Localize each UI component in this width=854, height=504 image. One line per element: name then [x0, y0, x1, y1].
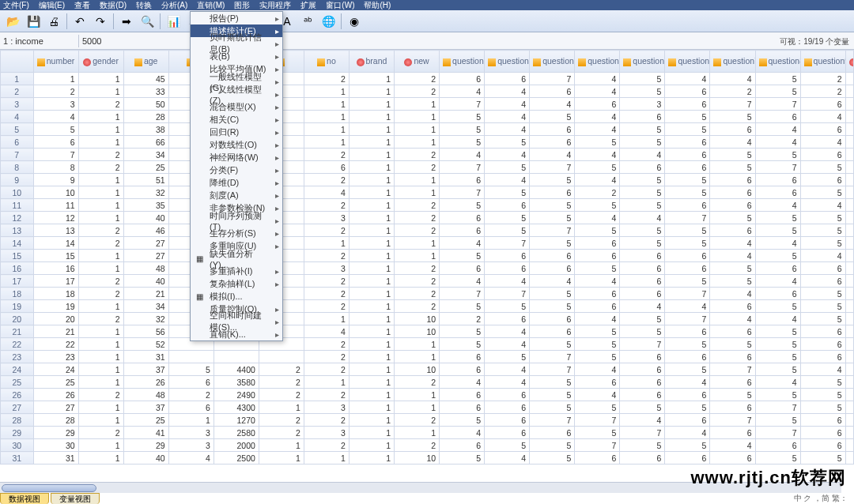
cell[interactable]: 4 [485, 98, 530, 111]
col-header-question1[interactable]: question1 [440, 51, 485, 73]
table-row[interactable]: 1919134212555644655 [1, 300, 854, 313]
menu-item[interactable]: 复杂抽样(L)▸ [191, 277, 282, 290]
row-header[interactable]: 26 [1, 389, 34, 401]
cell[interactable]: 5 [485, 212, 530, 224]
analyze-menu[interactable]: 报告(P)▸描述统计(E)▸贝叶斯统计信息(B)▸表(B)▸比较平均值(M)▸一… [190, 11, 283, 341]
cell[interactable]: 4 [710, 313, 755, 325]
table-row[interactable]: 1717240212444465546 [1, 275, 854, 288]
cell[interactable]: 25 [123, 414, 168, 427]
cell[interactable]: 16 [33, 262, 78, 275]
cell[interactable]: 1 [78, 73, 123, 85]
cell[interactable]: 2 [395, 300, 440, 313]
cell[interactable]: 2 [304, 149, 349, 161]
cell[interactable]: 4 [755, 199, 800, 212]
cell[interactable]: 6 [710, 401, 755, 414]
menu-直销(M)[interactable]: 直销(M) [197, 0, 225, 11]
cell[interactable]: 2 [395, 224, 440, 237]
cell[interactable]: 6 [665, 199, 710, 212]
col-header-new[interactable]: new [395, 51, 440, 73]
cell[interactable]: 1 [78, 300, 123, 313]
cell[interactable]: 6 [800, 149, 845, 161]
cell[interactable]: 10 [395, 313, 440, 325]
cell[interactable]: 4 [530, 149, 575, 161]
undo-icon[interactable]: ↶ [70, 13, 89, 30]
cell[interactable]: 4 [710, 136, 755, 149]
cell[interactable]: 6 [800, 123, 845, 136]
cell[interactable]: 11 [33, 199, 78, 212]
cell[interactable]: 5 [575, 427, 620, 439]
cell[interactable]: 5 [530, 300, 575, 313]
menu-item[interactable]: 广义线性模型(Z)▸ [191, 88, 282, 100]
cell[interactable]: 2 [304, 73, 349, 85]
cell[interactable]: 7 [530, 224, 575, 237]
cell[interactable]: 1 [349, 237, 394, 250]
cell[interactable]: 6 [575, 300, 620, 313]
cell[interactable]: 5 [755, 351, 800, 363]
col-header-age[interactable]: age [123, 51, 168, 73]
menu-item[interactable]: ▦缺失值分析(Y)... [191, 252, 282, 265]
cell[interactable] [259, 351, 304, 363]
cell[interactable]: 6 [620, 376, 665, 389]
cell[interactable]: 4 [485, 123, 530, 136]
menu-item[interactable]: 贝叶斯统计信息(B)▸ [191, 37, 282, 50]
cell[interactable]: 3 [304, 212, 349, 224]
cell[interactable]: 4 [485, 149, 530, 161]
cell[interactable]: 1 [259, 439, 304, 452]
cell[interactable]: 6 [530, 262, 575, 275]
cell[interactable]: 27 [123, 250, 168, 262]
cell[interactable]: 1 [349, 325, 394, 338]
cell[interactable]: 15 [33, 250, 78, 262]
cell[interactable]: 5 [710, 262, 755, 275]
cell[interactable]: 1 [349, 136, 394, 149]
cell[interactable]: 4 [755, 237, 800, 250]
cell[interactable]: 6 [800, 174, 845, 186]
cell[interactable]: 6 [530, 250, 575, 262]
cell[interactable]: 5 [530, 199, 575, 212]
cell[interactable]: 6 [665, 452, 710, 465]
cell[interactable] [845, 149, 853, 161]
cell[interactable]: 1 [395, 174, 440, 186]
cell[interactable]: 5 [710, 275, 755, 288]
cell[interactable]: 2 [78, 161, 123, 174]
cell[interactable]: 7 [530, 73, 575, 85]
cell[interactable]: 4 [575, 363, 620, 376]
cell[interactable]: 5 [665, 338, 710, 351]
cell[interactable]: 2 [304, 300, 349, 313]
cell[interactable]: 4 [440, 376, 485, 389]
menu-item[interactable]: 表(B)▸ [191, 50, 282, 62]
menu-item[interactable]: 神经网络(W)▸ [191, 151, 282, 164]
cell[interactable]: 1 [349, 351, 394, 363]
cell[interactable]: 4 [755, 123, 800, 136]
cell[interactable]: 4 [575, 73, 620, 85]
cell[interactable]: 26 [33, 389, 78, 401]
cell[interactable]: 4 [575, 174, 620, 186]
table-row[interactable]: 21211564110546556656 [1, 325, 854, 338]
cell[interactable]: 6 [485, 199, 530, 212]
cell[interactable]: 1 [395, 401, 440, 414]
cell[interactable]: 4 [575, 111, 620, 123]
cell[interactable]: 2 [304, 224, 349, 237]
cell[interactable]: 5 [575, 199, 620, 212]
cell[interactable]: 1 [349, 452, 394, 465]
table-row[interactable]: 2323131211657566656 [1, 351, 854, 363]
cell[interactable]: 5 [755, 85, 800, 98]
cell[interactable]: 21 [33, 325, 78, 338]
cell[interactable]: 6 [800, 338, 845, 351]
cell[interactable]: 5 [665, 275, 710, 288]
cell[interactable]: 1 [349, 288, 394, 300]
cell[interactable]: 4 [710, 439, 755, 452]
cell[interactable]: 6 [530, 186, 575, 199]
cell[interactable]: 1 [304, 313, 349, 325]
cell[interactable]: 27 [33, 401, 78, 414]
cell[interactable] [845, 275, 853, 288]
row-header[interactable]: 16 [1, 262, 34, 275]
menu-实用程序[interactable]: 实用程序 [259, 0, 291, 11]
cell[interactable]: 4 [33, 111, 78, 123]
cell[interactable]: 4 [755, 376, 800, 389]
cell[interactable]: 4 [485, 452, 530, 465]
cell[interactable]: 2 [78, 288, 123, 300]
cell[interactable]: 32 [123, 186, 168, 199]
cell[interactable]: 1 [259, 401, 304, 414]
cell[interactable]: 6 [665, 250, 710, 262]
cell[interactable]: 13 [33, 224, 78, 237]
